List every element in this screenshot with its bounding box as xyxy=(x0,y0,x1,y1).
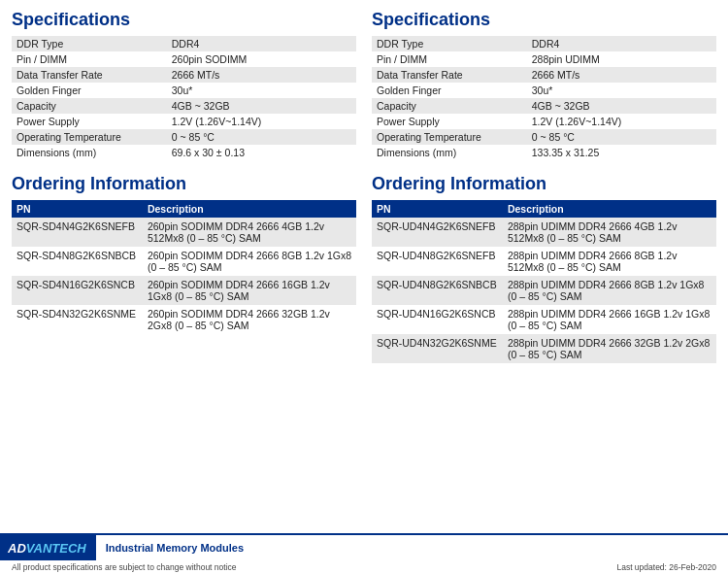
spec-value: DDR4 xyxy=(527,36,716,51)
ordering-desc: 260pin SODIMM DDR4 2666 4GB 1.2v 512Mx8 … xyxy=(143,218,356,247)
table-row: SQR-UD4N16G2K6SNCB288pin UDIMM DDR4 2666… xyxy=(372,305,716,334)
spec-value: 0 ~ 85 °C xyxy=(167,129,356,145)
footer-logo-vantech: VANTECH xyxy=(26,541,86,556)
spec-value: 260pin SODIMM xyxy=(167,51,356,67)
spec-value: 1.2V (1.26V~1.14V) xyxy=(527,114,716,129)
footer-product-title: Industrial Memory Modules xyxy=(96,535,244,560)
ordering-desc: 288pin UDIMM DDR4 2666 16GB 1.2v 1Gx8 (0… xyxy=(503,305,716,334)
table-row: DDR TypeDDR4 xyxy=(12,36,356,51)
table-row: SQR-UD4N4G2K6SNEFB288pin UDIMM DDR4 2666… xyxy=(372,218,716,247)
spec-label: Pin / DIMM xyxy=(12,51,167,67)
spec-value: 4GB ~ 32GB xyxy=(167,98,356,114)
left-spec-table: DDR TypeDDR4Pin / DIMM260pin SODIMMData … xyxy=(12,36,356,160)
spec-value: 288pin UDIMM xyxy=(527,51,716,67)
table-row: Operating Temperature0 ~ 85 °C xyxy=(372,129,716,145)
spec-label: Golden Finger xyxy=(372,83,527,98)
table-row: SQR-SD4N32G2K6SNME260pin SODIMM DDR4 266… xyxy=(12,305,356,334)
spec-value: 0 ~ 85 °C xyxy=(527,129,716,145)
ordering-pn: SQR-UD4N16G2K6SNCB xyxy=(372,305,503,334)
left-spec-title: Specifications xyxy=(12,10,356,30)
ordering-pn: SQR-SD4N4G2K6SNEFB xyxy=(12,218,143,247)
right-ordering-table: PN Description SQR-UD4N4G2K6SNEFB288pin … xyxy=(372,200,716,363)
spec-value: DDR4 xyxy=(167,36,356,51)
footer-bottom-row: All product specifications are subject t… xyxy=(0,560,728,574)
table-row: Dimensions (mm)133.35 x 31.25 xyxy=(372,145,716,160)
right-spec-table: DDR TypeDDR4Pin / DIMM288pin UDIMMData T… xyxy=(372,36,716,160)
right-column: Specifications DDR TypeDDR4Pin / DIMM288… xyxy=(372,10,716,363)
table-row: SQR-SD4N4G2K6SNEFB260pin SODIMM DDR4 266… xyxy=(12,218,356,247)
ordering-desc: 288pin UDIMM DDR4 2666 32GB 1.2v 2Gx8 (0… xyxy=(503,334,716,363)
table-row: DDR TypeDDR4 xyxy=(372,36,716,51)
table-row: Pin / DIMM288pin UDIMM xyxy=(372,51,716,67)
spec-label: Data Transfer Rate xyxy=(372,67,527,83)
left-ordering-header-desc: Description xyxy=(143,200,356,218)
table-row: SQR-UD4N8G2K6SNEFB288pin UDIMM DDR4 2666… xyxy=(372,247,716,276)
table-row: Golden Finger30u* xyxy=(12,83,356,98)
spec-value: 133.35 x 31.25 xyxy=(527,145,716,160)
left-column: Specifications DDR TypeDDR4Pin / DIMM260… xyxy=(12,10,356,363)
ordering-pn: SQR-UD4N4G2K6SNEFB xyxy=(372,218,503,247)
spec-label: Dimensions (mm) xyxy=(12,145,167,160)
right-ordering-header-desc: Description xyxy=(503,200,716,218)
table-row: Golden Finger30u* xyxy=(372,83,716,98)
spec-label: Data Transfer Rate xyxy=(12,67,167,83)
table-row: Capacity4GB ~ 32GB xyxy=(372,98,716,114)
left-ordering-header-pn: PN xyxy=(12,200,143,218)
spec-label: Capacity xyxy=(372,98,527,114)
ordering-pn: SQR-UD4N8G2K6SNBCB xyxy=(372,276,503,305)
spec-label: DDR Type xyxy=(372,36,527,51)
spec-label: Pin / DIMM xyxy=(372,51,527,67)
ordering-pn: SQR-UD4N8G2K6SNEFB xyxy=(372,247,503,276)
spec-label: DDR Type xyxy=(12,36,167,51)
footer: ADVANTECH Industrial Memory Modules All … xyxy=(0,533,728,574)
right-spec-title: Specifications xyxy=(372,10,716,30)
spec-label: Operating Temperature xyxy=(12,129,167,145)
table-row: Dimensions (mm)69.6 x 30 ± 0.13 xyxy=(12,145,356,160)
spec-value: 1.2V (1.26V~1.14V) xyxy=(167,114,356,129)
table-row: Power Supply1.2V (1.26V~1.14V) xyxy=(372,114,716,129)
spec-label: Dimensions (mm) xyxy=(372,145,527,160)
ordering-pn: SQR-UD4N32G2K6SNME xyxy=(372,334,503,363)
table-row: Data Transfer Rate2666 MT/s xyxy=(12,67,356,83)
footer-last-updated: Last updated: 26-Feb-2020 xyxy=(616,562,716,572)
footer-disclaimer: All product specifications are subject t… xyxy=(12,562,237,572)
ordering-desc: 260pin SODIMM DDR4 2666 16GB 1.2v 1Gx8 (… xyxy=(143,276,356,305)
table-row: Pin / DIMM260pin SODIMM xyxy=(12,51,356,67)
ordering-desc: 288pin UDIMM DDR4 2666 4GB 1.2v 512Mx8 (… xyxy=(503,218,716,247)
table-row: SQR-UD4N32G2K6SNME288pin UDIMM DDR4 2666… xyxy=(372,334,716,363)
footer-logo-ad: AD xyxy=(8,541,26,556)
spec-label: Power Supply xyxy=(12,114,167,129)
footer-logo: ADVANTECH xyxy=(0,535,94,560)
spec-value: 2666 MT/s xyxy=(527,67,716,83)
table-row: Data Transfer Rate2666 MT/s xyxy=(372,67,716,83)
right-ordering-title: Ordering Information xyxy=(372,174,716,194)
table-row: SQR-SD4N16G2K6SNCB260pin SODIMM DDR4 266… xyxy=(12,276,356,305)
spec-value: 2666 MT/s xyxy=(167,67,356,83)
left-ordering-table: PN Description SQR-SD4N4G2K6SNEFB260pin … xyxy=(12,200,356,334)
ordering-desc: 288pin UDIMM DDR4 2666 8GB 1.2v 512Mx8 (… xyxy=(503,247,716,276)
spec-label: Operating Temperature xyxy=(372,129,527,145)
table-row: Capacity4GB ~ 32GB xyxy=(12,98,356,114)
table-row: SQR-SD4N8G2K6SNBCB260pin SODIMM DDR4 266… xyxy=(12,247,356,276)
spec-label: Golden Finger xyxy=(12,83,167,98)
ordering-pn: SQR-SD4N16G2K6SNCB xyxy=(12,276,143,305)
spec-value: 69.6 x 30 ± 0.13 xyxy=(167,145,356,160)
spec-label: Capacity xyxy=(12,98,167,114)
spec-value: 30u* xyxy=(527,83,716,98)
table-row: SQR-UD4N8G2K6SNBCB288pin UDIMM DDR4 2666… xyxy=(372,276,716,305)
table-row: Operating Temperature0 ~ 85 °C xyxy=(12,129,356,145)
spec-label: Power Supply xyxy=(372,114,527,129)
ordering-pn: SQR-SD4N8G2K6SNBCB xyxy=(12,247,143,276)
main-content: Specifications DDR TypeDDR4Pin / DIMM260… xyxy=(0,0,728,422)
ordering-desc: 260pin SODIMM DDR4 2666 8GB 1.2v 1Gx8 (0… xyxy=(143,247,356,276)
ordering-desc: 288pin UDIMM DDR4 2666 8GB 1.2v 1Gx8 (0 … xyxy=(503,276,716,305)
table-row: Power Supply1.2V (1.26V~1.14V) xyxy=(12,114,356,129)
footer-top-row: ADVANTECH Industrial Memory Modules xyxy=(0,533,728,560)
spec-value: 4GB ~ 32GB xyxy=(527,98,716,114)
ordering-pn: SQR-SD4N32G2K6SNME xyxy=(12,305,143,334)
ordering-desc: 260pin SODIMM DDR4 2666 32GB 1.2v 2Gx8 (… xyxy=(143,305,356,334)
spec-value: 30u* xyxy=(167,83,356,98)
right-ordering-header-pn: PN xyxy=(372,200,503,218)
left-ordering-title: Ordering Information xyxy=(12,174,356,194)
